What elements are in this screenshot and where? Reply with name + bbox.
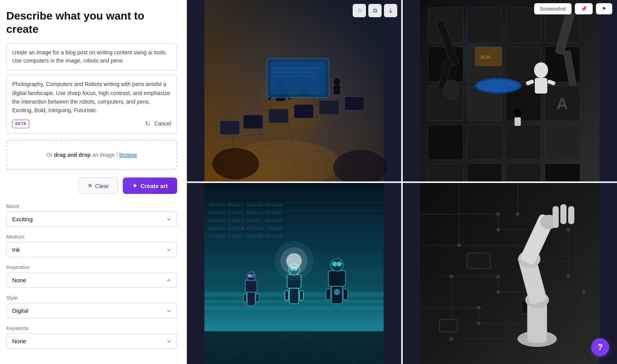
x-icon: ✕: [88, 182, 93, 189]
clear-button[interactable]: ✕ Clear: [79, 178, 118, 194]
top-bar: Screenshot 📌 ⚑: [529, 0, 617, 18]
svg-rect-39: [467, 8, 502, 43]
svg-rect-53: [545, 125, 580, 160]
svg-rect-174: [420, 183, 600, 364]
svg-text:10110101 00101011 10110100 010: 10110101 00101011 10110100 01011010: [208, 203, 282, 207]
svg-rect-112: [328, 271, 346, 286]
medium-field-group: Medium Ink Oil Paint Watercolor Digital …: [6, 234, 177, 257]
svg-text:BLOG: BLOG: [481, 55, 491, 60]
svg-rect-59: [535, 78, 547, 93]
medium-select[interactable]: Ink Oil Paint Watercolor Digital Pencil: [6, 242, 177, 257]
dropzone-browse-link[interactable]: browse: [119, 152, 137, 158]
svg-rect-110: [300, 290, 303, 300]
svg-point-63: [477, 79, 520, 92]
right-panel: Screenshot 📌 ⚑: [187, 0, 617, 364]
inspiration-label: Inspiration: [6, 264, 177, 270]
star-button-1[interactable]: ☆: [353, 4, 366, 17]
image-1-actions: ☆ ⧉ ⤓: [353, 4, 397, 17]
keywords-label: Keywords: [6, 325, 177, 331]
svg-point-114: [332, 262, 337, 266]
svg-text:10010110 01101010 11010011 010: 10010110 01101010 11010011 01011010: [208, 219, 282, 222]
refined-prompt-box: Photography, Computers and Robots writin…: [6, 75, 177, 134]
clear-button-label: Clear: [95, 183, 109, 189]
svg-rect-51: [467, 125, 502, 160]
svg-point-123: [274, 241, 314, 280]
inspiration-field-group: Inspiration None Surrealism Impressionis…: [6, 264, 177, 288]
svg-rect-14: [269, 109, 288, 123]
page-title: Describe what you want to create: [6, 9, 177, 36]
image-grid: ☆ ⧉ ⤓: [187, 0, 617, 364]
svg-text:01101011 10110100 01011010 110: 01101011 10110100 01011010 11010010: [208, 226, 282, 230]
image-cell-1: ☆ ⧉ ⤓: [187, 0, 401, 181]
mood-select[interactable]: Exciting Calm Dark Happy Sad Mysterious: [6, 212, 177, 227]
svg-rect-15: [294, 104, 314, 118]
svg-rect-89: [204, 331, 384, 364]
beta-badge: BETA: [12, 120, 29, 128]
svg-rect-13: [243, 115, 263, 129]
flag-button[interactable]: ⚑: [596, 3, 612, 14]
inspiration-select[interactable]: None Surrealism Impressionism Abstract R…: [6, 273, 177, 288]
svg-rect-44: [506, 47, 541, 82]
user-prompt-box[interactable]: create an image for a blog post on writi…: [6, 43, 177, 70]
svg-rect-109: [285, 290, 289, 300]
image-cell-4: [403, 183, 617, 364]
mood-field-group: Mood Exciting Calm Dark Happy Sad Myster…: [6, 203, 177, 227]
help-button[interactable]: ?: [591, 338, 609, 356]
image-art-4: [403, 183, 617, 364]
dropzone-text-before: Or: [47, 152, 54, 158]
svg-rect-55: [467, 164, 502, 181]
download-button-1[interactable]: ⤓: [384, 4, 397, 17]
mood-label: Mood: [6, 203, 177, 209]
image-art-3: 10110101 00101011 10110100 01011010 0110…: [187, 183, 401, 364]
svg-point-100: [251, 274, 254, 277]
copy-button-1[interactable]: ⧉: [368, 4, 382, 17]
svg-point-72: [514, 109, 522, 117]
svg-rect-88: [204, 305, 384, 309]
svg-text:11010010 01101011 10110100 010: 11010010 01101011 10110100 01011010: [208, 234, 282, 238]
svg-rect-29: [271, 61, 325, 94]
svg-rect-102: [243, 294, 246, 302]
svg-rect-52: [506, 125, 541, 160]
svg-rect-97: [245, 280, 257, 292]
svg-rect-12: [220, 121, 240, 134]
svg-point-34: [212, 148, 259, 179]
svg-rect-101: [247, 292, 255, 306]
svg-point-26: [334, 78, 340, 86]
cancel-button[interactable]: Cancel: [154, 119, 171, 128]
sparkle-icon: ✦: [132, 182, 137, 190]
svg-rect-16: [319, 100, 339, 114]
svg-rect-56: [506, 164, 541, 181]
svg-rect-103: [256, 294, 259, 302]
svg-text:01101010 11010101 01010110 101: 01101010 11010101 01010110 10101001: [208, 211, 282, 215]
refresh-icon[interactable]: ↻: [145, 119, 150, 129]
pin-button[interactable]: 📌: [575, 3, 593, 14]
svg-point-66: [444, 80, 459, 99]
style-select[interactable]: Digital Traditional Abstract Realistic C…: [6, 303, 177, 318]
style-field-group: Style Digital Traditional Abstract Reali…: [6, 295, 177, 318]
svg-rect-73: [515, 117, 521, 126]
beta-row: BETA ↻ Cancel: [12, 119, 171, 129]
create-art-label: Create art: [140, 183, 168, 189]
drop-zone[interactable]: Or drag and drop an image / browse: [6, 140, 177, 170]
image-cell-3: 10110101 00101011 10110100 01011010 0110…: [187, 183, 401, 364]
svg-rect-108: [289, 288, 299, 304]
image-cell-2: BLOG A: [403, 0, 617, 181]
user-prompt-text: create an image for a blog post on writi…: [12, 49, 167, 64]
dropzone-text-middle: an image /: [91, 152, 119, 158]
svg-rect-118: [343, 289, 348, 300]
create-art-button[interactable]: ✦ Create art: [123, 178, 177, 194]
style-label: Style: [6, 295, 177, 301]
svg-rect-50: [428, 125, 463, 160]
medium-label: Medium: [6, 234, 177, 240]
svg-rect-27: [334, 86, 340, 94]
screenshot-button[interactable]: Screenshot: [534, 3, 572, 14]
svg-rect-54: [428, 164, 463, 181]
svg-point-120: [335, 290, 339, 294]
keywords-select[interactable]: None: [6, 334, 177, 349]
svg-point-115: [337, 262, 342, 266]
image-art-1: [187, 0, 401, 181]
action-row: ✕ Clear ✦ Create art: [6, 178, 177, 194]
svg-point-58: [534, 62, 548, 78]
svg-rect-57: [545, 164, 580, 181]
svg-rect-17: [345, 97, 364, 110]
